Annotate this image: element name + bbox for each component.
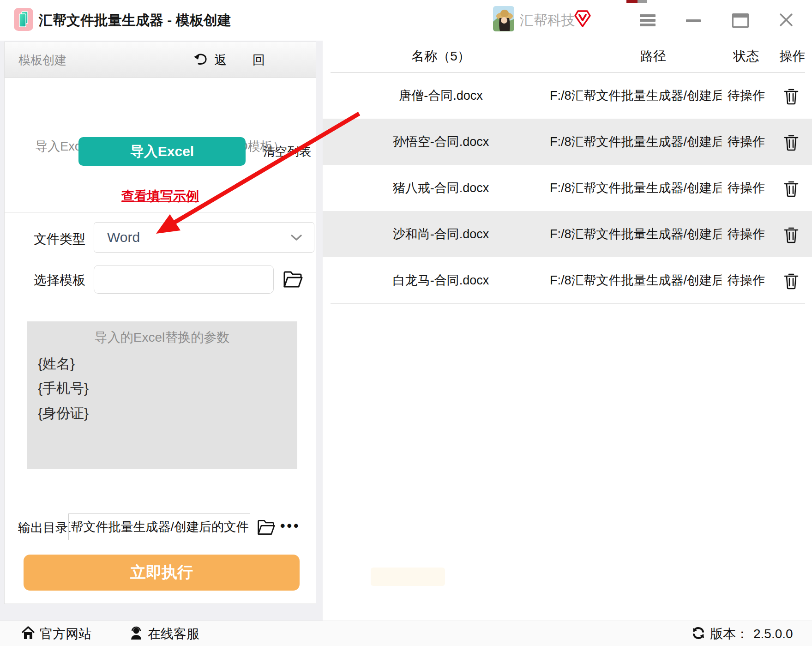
file-path: F:/8汇帮文件批量生成器/创建后的文件 xyxy=(550,257,722,303)
official-site-label: 官方网站 xyxy=(40,625,91,643)
execute-now-button[interactable]: 立即执行 xyxy=(24,555,300,591)
app-window: 汇帮文件批量生成器 - 模板创建 汇帮科技 xyxy=(0,0,812,646)
column-header-status: 状态 xyxy=(720,41,773,72)
file-status: 待操作 xyxy=(720,165,773,211)
file-name: 沙和尚-合同.docx xyxy=(323,211,559,257)
ghost-highlight xyxy=(371,568,445,586)
table-row[interactable]: 白龙马-合同.docx F:/8汇帮文件批量生成器/创建后的文件 待操作 xyxy=(323,257,812,303)
param-item: {姓名} xyxy=(38,355,75,374)
clipped-overlay-fragment2 xyxy=(638,0,647,3)
minimize-button[interactable] xyxy=(686,19,701,22)
file-status: 待操作 xyxy=(720,119,773,165)
window-title: 汇帮文件批量生成器 - 模板创建 xyxy=(39,0,231,41)
delete-icon[interactable] xyxy=(783,133,800,151)
more-options-button[interactable]: ••• xyxy=(280,513,301,540)
params-box: 导入的Excel替换的参数 {姓名} {手机号} {身份证} xyxy=(27,321,297,469)
template-create-panel: 模板创建 返 回 导入Excel（支持Excel数据写入WORD模板） 导入Ex… xyxy=(4,42,316,604)
table-row[interactable]: 沙和尚-合同.docx F:/8汇帮文件批量生成器/创建后的文件 待操作 xyxy=(323,211,812,257)
file-status: 待操作 xyxy=(720,72,773,119)
delete-icon[interactable] xyxy=(783,87,800,105)
close-button[interactable] xyxy=(779,13,793,27)
version-value: 2.5.0.0 xyxy=(753,627,793,641)
clipped-overlay-fragment xyxy=(626,0,638,3)
version-info: 版本： 2.5.0.0 xyxy=(692,621,793,646)
back-button-label: 返 回 xyxy=(214,52,276,68)
file-name: 唐僧-合同.docx xyxy=(323,72,559,119)
param-item: {身份证} xyxy=(38,404,89,423)
file-path: F:/8汇帮文件批量生成器/创建后的文件 xyxy=(550,119,722,165)
folder-open-icon[interactable] xyxy=(282,269,303,290)
file-path: F:/8汇帮文件批量生成器/创建后的文件 xyxy=(550,165,722,211)
account-name: 汇帮科技 xyxy=(520,0,575,41)
panel-divider xyxy=(5,212,316,213)
delete-icon[interactable] xyxy=(783,226,800,243)
refresh-icon[interactable] xyxy=(692,626,705,642)
chevron-down-icon xyxy=(291,235,302,243)
delete-icon[interactable] xyxy=(783,272,800,290)
folder-open-icon[interactable] xyxy=(256,518,276,537)
online-service-label: 在线客服 xyxy=(148,625,199,643)
clear-list-button[interactable]: 清空列表 xyxy=(263,137,311,166)
panel-title: 模板创建 xyxy=(18,42,66,78)
maximize-button[interactable] xyxy=(732,13,749,28)
table-header: 名称（5） 路径 状态 操作 xyxy=(323,41,812,72)
undo-icon xyxy=(193,52,208,68)
delete-icon[interactable] xyxy=(783,180,800,197)
column-header-action: 操作 xyxy=(773,41,812,72)
column-header-path: 路径 xyxy=(559,41,747,72)
table-row[interactable]: 孙悟空-合同.docx F:/8汇帮文件批量生成器/创建后的文件 待操作 xyxy=(323,119,812,165)
panel-header: 模板创建 返 回 xyxy=(5,42,316,78)
table-row[interactable]: 唐僧-合同.docx F:/8汇帮文件批量生成器/创建后的文件 待操作 xyxy=(323,72,812,119)
file-type-value: Word xyxy=(107,229,140,245)
official-site-link[interactable]: 官方网站 xyxy=(21,621,91,646)
headset-person-icon xyxy=(129,626,143,642)
param-item: {手机号} xyxy=(38,379,89,398)
online-service-link[interactable]: 在线客服 xyxy=(129,621,199,646)
title-bar: 汇帮文件批量生成器 - 模板创建 汇帮科技 xyxy=(0,0,812,41)
version-label: 版本： xyxy=(710,625,749,643)
file-status: 待操作 xyxy=(720,211,773,257)
file-name: 白龙马-合同.docx xyxy=(323,257,559,303)
file-path: F:/8汇帮文件批量生成器/创建后的文件 xyxy=(550,211,722,257)
output-dir-input[interactable]: 8汇帮文件批量生成器/创建后的文件 xyxy=(68,513,250,540)
app-logo-icon xyxy=(14,8,33,31)
table-row[interactable]: 猪八戒-合同.docx F:/8汇帮文件批量生成器/创建后的文件 待操作 xyxy=(323,165,812,211)
params-title: 导入的Excel替换的参数 xyxy=(27,329,297,346)
view-example-link[interactable]: 查看填写示例 xyxy=(5,187,316,205)
file-status: 待操作 xyxy=(720,257,773,303)
file-name: 猪八戒-合同.docx xyxy=(323,165,559,211)
output-dir-value: 8汇帮文件批量生成器/创建后的文件 xyxy=(68,519,249,535)
footer-bar: 官方网站 在线客服 版本： 2.5.0.0 xyxy=(0,621,812,646)
back-button[interactable]: 返 回 xyxy=(193,42,276,78)
table-bottom-divider xyxy=(331,303,805,304)
template-path-input[interactable] xyxy=(94,265,274,294)
user-avatar[interactable] xyxy=(493,6,514,31)
menu-icon[interactable] xyxy=(640,14,656,26)
template-label: 选择模板 xyxy=(34,272,85,289)
file-path: F:/8汇帮文件批量生成器/创建后的文件 xyxy=(550,72,722,119)
import-excel-button[interactable]: 导入Excel xyxy=(78,137,246,166)
home-icon xyxy=(21,626,35,642)
file-name: 孙悟空-合同.docx xyxy=(323,119,559,165)
file-type-label: 文件类型 xyxy=(34,230,85,248)
column-header-name: 名称（5） xyxy=(323,41,559,72)
vip-badge-icon[interactable] xyxy=(574,10,591,28)
file-type-select[interactable]: Word xyxy=(94,222,314,253)
